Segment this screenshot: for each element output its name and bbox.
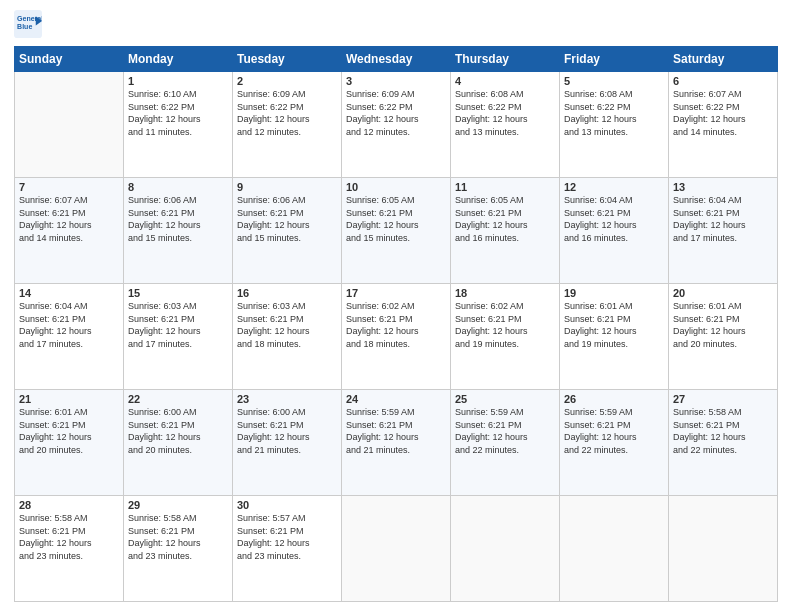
day-number: 28 — [19, 499, 119, 511]
day-number: 30 — [237, 499, 337, 511]
day-info: Sunrise: 5:57 AM Sunset: 6:21 PM Dayligh… — [237, 512, 337, 562]
day-number: 16 — [237, 287, 337, 299]
calendar-cell: 9Sunrise: 6:06 AM Sunset: 6:21 PM Daylig… — [233, 178, 342, 284]
day-number: 2 — [237, 75, 337, 87]
weekday-header-wednesday: Wednesday — [342, 47, 451, 72]
calendar-cell: 26Sunrise: 5:59 AM Sunset: 6:21 PM Dayli… — [560, 390, 669, 496]
day-number: 21 — [19, 393, 119, 405]
day-number: 8 — [128, 181, 228, 193]
weekday-header-thursday: Thursday — [451, 47, 560, 72]
calendar-cell: 6Sunrise: 6:07 AM Sunset: 6:22 PM Daylig… — [669, 72, 778, 178]
day-number: 3 — [346, 75, 446, 87]
day-info: Sunrise: 6:07 AM Sunset: 6:22 PM Dayligh… — [673, 88, 773, 138]
day-info: Sunrise: 6:04 AM Sunset: 6:21 PM Dayligh… — [564, 194, 664, 244]
day-info: Sunrise: 5:58 AM Sunset: 6:21 PM Dayligh… — [128, 512, 228, 562]
day-number: 20 — [673, 287, 773, 299]
calendar-cell: 12Sunrise: 6:04 AM Sunset: 6:21 PM Dayli… — [560, 178, 669, 284]
weekday-header-monday: Monday — [124, 47, 233, 72]
day-info: Sunrise: 5:59 AM Sunset: 6:21 PM Dayligh… — [455, 406, 555, 456]
day-info: Sunrise: 6:07 AM Sunset: 6:21 PM Dayligh… — [19, 194, 119, 244]
calendar-cell: 18Sunrise: 6:02 AM Sunset: 6:21 PM Dayli… — [451, 284, 560, 390]
day-info: Sunrise: 6:05 AM Sunset: 6:21 PM Dayligh… — [455, 194, 555, 244]
day-info: Sunrise: 5:58 AM Sunset: 6:21 PM Dayligh… — [19, 512, 119, 562]
day-info: Sunrise: 6:03 AM Sunset: 6:21 PM Dayligh… — [237, 300, 337, 350]
day-info: Sunrise: 6:09 AM Sunset: 6:22 PM Dayligh… — [346, 88, 446, 138]
calendar-cell: 5Sunrise: 6:08 AM Sunset: 6:22 PM Daylig… — [560, 72, 669, 178]
day-number: 17 — [346, 287, 446, 299]
calendar-table: SundayMondayTuesdayWednesdayThursdayFrid… — [14, 46, 778, 602]
day-number: 9 — [237, 181, 337, 193]
day-info: Sunrise: 6:04 AM Sunset: 6:21 PM Dayligh… — [19, 300, 119, 350]
day-number: 22 — [128, 393, 228, 405]
weekday-header-saturday: Saturday — [669, 47, 778, 72]
page: General Blue SundayMondayTuesdayWednesda… — [0, 0, 792, 612]
calendar-week-1: 1Sunrise: 6:10 AM Sunset: 6:22 PM Daylig… — [15, 72, 778, 178]
day-number: 19 — [564, 287, 664, 299]
calendar-cell: 1Sunrise: 6:10 AM Sunset: 6:22 PM Daylig… — [124, 72, 233, 178]
day-info: Sunrise: 6:05 AM Sunset: 6:21 PM Dayligh… — [346, 194, 446, 244]
calendar-cell: 14Sunrise: 6:04 AM Sunset: 6:21 PM Dayli… — [15, 284, 124, 390]
calendar-cell: 22Sunrise: 6:00 AM Sunset: 6:21 PM Dayli… — [124, 390, 233, 496]
day-number: 14 — [19, 287, 119, 299]
day-number: 7 — [19, 181, 119, 193]
day-info: Sunrise: 6:08 AM Sunset: 6:22 PM Dayligh… — [564, 88, 664, 138]
calendar-cell: 19Sunrise: 6:01 AM Sunset: 6:21 PM Dayli… — [560, 284, 669, 390]
calendar-cell — [560, 496, 669, 602]
calendar-week-2: 7Sunrise: 6:07 AM Sunset: 6:21 PM Daylig… — [15, 178, 778, 284]
calendar-cell: 17Sunrise: 6:02 AM Sunset: 6:21 PM Dayli… — [342, 284, 451, 390]
day-info: Sunrise: 6:02 AM Sunset: 6:21 PM Dayligh… — [346, 300, 446, 350]
day-info: Sunrise: 6:02 AM Sunset: 6:21 PM Dayligh… — [455, 300, 555, 350]
weekday-header-row: SundayMondayTuesdayWednesdayThursdayFrid… — [15, 47, 778, 72]
day-number: 6 — [673, 75, 773, 87]
calendar-cell: 20Sunrise: 6:01 AM Sunset: 6:21 PM Dayli… — [669, 284, 778, 390]
calendar-cell: 2Sunrise: 6:09 AM Sunset: 6:22 PM Daylig… — [233, 72, 342, 178]
day-number: 1 — [128, 75, 228, 87]
calendar-cell: 8Sunrise: 6:06 AM Sunset: 6:21 PM Daylig… — [124, 178, 233, 284]
day-number: 5 — [564, 75, 664, 87]
header: General Blue — [14, 10, 778, 38]
calendar-cell: 27Sunrise: 5:58 AM Sunset: 6:21 PM Dayli… — [669, 390, 778, 496]
calendar-week-4: 21Sunrise: 6:01 AM Sunset: 6:21 PM Dayli… — [15, 390, 778, 496]
day-number: 18 — [455, 287, 555, 299]
weekday-header-tuesday: Tuesday — [233, 47, 342, 72]
calendar-cell: 16Sunrise: 6:03 AM Sunset: 6:21 PM Dayli… — [233, 284, 342, 390]
day-info: Sunrise: 6:04 AM Sunset: 6:21 PM Dayligh… — [673, 194, 773, 244]
day-info: Sunrise: 6:10 AM Sunset: 6:22 PM Dayligh… — [128, 88, 228, 138]
calendar-cell: 24Sunrise: 5:59 AM Sunset: 6:21 PM Dayli… — [342, 390, 451, 496]
calendar-cell: 7Sunrise: 6:07 AM Sunset: 6:21 PM Daylig… — [15, 178, 124, 284]
day-number: 13 — [673, 181, 773, 193]
calendar-cell — [451, 496, 560, 602]
weekday-header-friday: Friday — [560, 47, 669, 72]
day-number: 12 — [564, 181, 664, 193]
calendar-week-5: 28Sunrise: 5:58 AM Sunset: 6:21 PM Dayli… — [15, 496, 778, 602]
day-number: 27 — [673, 393, 773, 405]
calendar-cell: 11Sunrise: 6:05 AM Sunset: 6:21 PM Dayli… — [451, 178, 560, 284]
day-number: 4 — [455, 75, 555, 87]
day-number: 24 — [346, 393, 446, 405]
calendar-cell: 29Sunrise: 5:58 AM Sunset: 6:21 PM Dayli… — [124, 496, 233, 602]
logo-icon: General Blue — [14, 10, 42, 38]
weekday-header-sunday: Sunday — [15, 47, 124, 72]
day-number: 23 — [237, 393, 337, 405]
day-number: 10 — [346, 181, 446, 193]
day-number: 15 — [128, 287, 228, 299]
day-info: Sunrise: 5:59 AM Sunset: 6:21 PM Dayligh… — [346, 406, 446, 456]
calendar-cell — [15, 72, 124, 178]
calendar-cell: 3Sunrise: 6:09 AM Sunset: 6:22 PM Daylig… — [342, 72, 451, 178]
day-info: Sunrise: 6:01 AM Sunset: 6:21 PM Dayligh… — [564, 300, 664, 350]
day-info: Sunrise: 5:58 AM Sunset: 6:21 PM Dayligh… — [673, 406, 773, 456]
day-info: Sunrise: 6:01 AM Sunset: 6:21 PM Dayligh… — [673, 300, 773, 350]
calendar-cell: 28Sunrise: 5:58 AM Sunset: 6:21 PM Dayli… — [15, 496, 124, 602]
day-number: 25 — [455, 393, 555, 405]
calendar-cell: 15Sunrise: 6:03 AM Sunset: 6:21 PM Dayli… — [124, 284, 233, 390]
day-number: 29 — [128, 499, 228, 511]
calendar-cell: 30Sunrise: 5:57 AM Sunset: 6:21 PM Dayli… — [233, 496, 342, 602]
calendar-cell: 10Sunrise: 6:05 AM Sunset: 6:21 PM Dayli… — [342, 178, 451, 284]
logo: General Blue — [14, 10, 46, 38]
day-info: Sunrise: 6:00 AM Sunset: 6:21 PM Dayligh… — [128, 406, 228, 456]
day-info: Sunrise: 6:09 AM Sunset: 6:22 PM Dayligh… — [237, 88, 337, 138]
calendar-cell — [669, 496, 778, 602]
calendar-cell: 23Sunrise: 6:00 AM Sunset: 6:21 PM Dayli… — [233, 390, 342, 496]
day-info: Sunrise: 6:08 AM Sunset: 6:22 PM Dayligh… — [455, 88, 555, 138]
calendar-week-3: 14Sunrise: 6:04 AM Sunset: 6:21 PM Dayli… — [15, 284, 778, 390]
